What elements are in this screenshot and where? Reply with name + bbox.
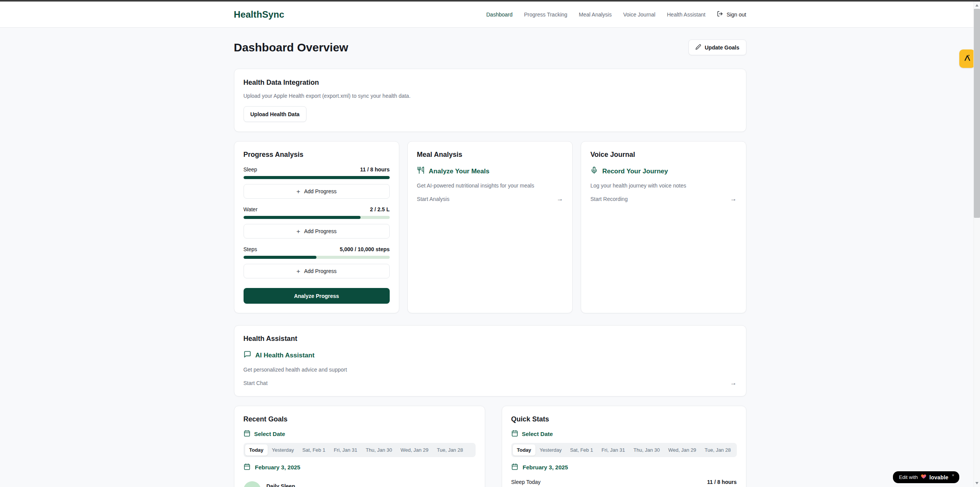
health-assistant-title: Health Assistant <box>244 335 737 343</box>
utensils-icon <box>417 166 425 176</box>
water-value: 2 / 2.5 L <box>370 206 389 212</box>
voice-journal-description: Log your health journey with voice notes <box>590 183 736 189</box>
tab-fri-jan-31[interactable]: Fri, Jan 31 <box>329 444 361 456</box>
nav-meal-analysis[interactable]: Meal Analysis <box>579 12 612 18</box>
calendar-icon <box>511 430 518 438</box>
scroll-down-arrow[interactable] <box>975 482 978 484</box>
health-data-title: Health Data Integration <box>244 79 737 87</box>
update-goals-label: Update Goals <box>705 44 739 51</box>
recent-goals-title: Recent Goals <box>244 415 476 423</box>
meal-analysis-title: Meal Analysis <box>417 151 563 159</box>
recent-goals-selected-date[interactable]: February 3, 2025 <box>244 463 476 471</box>
steps-value: 5,000 / 10,000 steps <box>340 246 390 252</box>
tab-thu-jan-30[interactable]: Thu, Jan 30 <box>629 444 664 456</box>
sleep-progress-bar <box>244 176 390 179</box>
tab-fri-jan-31[interactable]: Fri, Jan 31 <box>597 444 629 456</box>
goal-complete-check-icon <box>244 481 261 487</box>
progress-analysis-title: Progress Analysis <box>244 151 390 159</box>
arrow-right-icon: → <box>730 195 737 203</box>
sleep-add-progress-button[interactable]: + Add Progress <box>244 184 390 199</box>
health-assistant-description: Get personalized health advice and suppo… <box>244 367 737 373</box>
calendar-icon <box>511 463 518 471</box>
start-analysis-label: Start Analysis <box>417 196 450 202</box>
water-add-progress-button[interactable]: + Add Progress <box>244 224 390 239</box>
quick-stats-select-date[interactable]: Select Date <box>511 430 737 438</box>
lovable-logo-icon <box>963 54 972 64</box>
voice-journal-title: Voice Journal <box>590 151 736 159</box>
analyze-your-meals-link[interactable]: Analyze Your Meals <box>417 166 563 176</box>
sign-out-label: Sign out <box>726 12 746 18</box>
ai-health-assistant-label: AI Health Assistant <box>255 352 315 359</box>
tab-yesterday[interactable]: Yesterday <box>268 444 298 456</box>
tab-yesterday[interactable]: Yesterday <box>535 444 566 456</box>
steps-progress-bar <box>244 256 390 259</box>
plus-icon: + <box>296 268 300 275</box>
recent-goals-select-date[interactable]: Select Date <box>244 430 476 438</box>
edit-with-lovable-badge[interactable]: Edit with lovable × <box>893 471 959 483</box>
quick-stats-date-tabs: Today Yesterday Sat, Feb 1 Fri, Jan 31 T… <box>511 443 737 457</box>
lovable-side-tab-button[interactable] <box>959 49 975 68</box>
badge-close-icon[interactable]: × <box>952 473 954 477</box>
selected-date-label: February 3, 2025 <box>523 464 568 471</box>
heart-icon <box>921 474 927 481</box>
meal-analysis-card: Meal Analysis Analyze Your Meals Get AI-… <box>407 141 573 313</box>
nav-voice-journal[interactable]: Voice Journal <box>623 12 656 18</box>
plus-icon: + <box>296 228 300 235</box>
tab-today[interactable]: Today <box>513 444 535 456</box>
nav-progress-tracking[interactable]: Progress Tracking <box>524 12 567 18</box>
water-label: Water <box>244 206 258 212</box>
tab-wed-jan-29[interactable]: Wed, Jan 29 <box>664 444 700 456</box>
tab-tue-jan-28[interactable]: Tue, Jan 28 <box>433 444 467 456</box>
analyze-progress-button[interactable]: Analyze Progress <box>244 288 390 304</box>
quick-stats-title: Quick Stats <box>511 415 737 423</box>
start-analysis-link[interactable]: Start Analysis → <box>417 195 563 203</box>
quick-stats-selected-date[interactable]: February 3, 2025 <box>511 463 737 471</box>
ai-health-assistant-link[interactable]: AI Health Assistant <box>244 350 737 360</box>
select-date-label: Select Date <box>522 431 553 437</box>
tab-sat-feb-1[interactable]: Sat, Feb 1 <box>298 444 329 456</box>
water-progress-bar <box>244 216 390 219</box>
tab-thu-jan-30[interactable]: Thu, Jan 30 <box>362 444 397 456</box>
tab-sat-feb-1[interactable]: Sat, Feb 1 <box>566 444 597 456</box>
calendar-icon <box>244 430 250 438</box>
steps-metric: Steps 5,000 / 10,000 steps + Add Progres… <box>244 246 390 278</box>
microphone-icon <box>590 166 598 176</box>
scrollbar-thumb[interactable] <box>974 9 980 218</box>
voice-journal-card: Voice Journal Record Your Journey Log yo… <box>581 141 746 313</box>
recent-goals-date-tabs: Today Yesterday Sat, Feb 1 Fri, Jan 31 T… <box>244 443 476 457</box>
selected-date-label: February 3, 2025 <box>255 464 300 471</box>
lovable-brand-label: lovable <box>929 474 949 480</box>
health-assistant-card: Health Assistant AI Health Assistant Get… <box>234 325 746 397</box>
nav-dashboard[interactable]: Dashboard <box>486 12 513 18</box>
start-chat-link[interactable]: Start Chat → <box>244 379 737 387</box>
calendar-icon <box>244 463 250 471</box>
sleep-today-label: Sleep Today <box>511 479 541 485</box>
tab-tue-jan-28[interactable]: Tue, Jan 28 <box>700 444 735 456</box>
chat-bubble-icon <box>244 350 251 360</box>
vertical-scrollbar[interactable] <box>973 2 980 487</box>
start-recording-link[interactable]: Start Recording → <box>590 195 736 203</box>
tab-today[interactable]: Today <box>245 444 268 456</box>
select-date-label: Select Date <box>254 431 285 437</box>
sign-out-button[interactable]: Sign out <box>717 11 746 18</box>
water-progress-fill <box>244 216 361 219</box>
plus-icon: + <box>296 188 300 195</box>
tab-wed-jan-29[interactable]: Wed, Jan 29 <box>396 444 433 456</box>
add-progress-label: Add Progress <box>304 268 337 274</box>
sleep-metric: Sleep 11 / 8 hours + Add Progress <box>244 166 390 199</box>
app-header: HealthSync Dashboard Progress Tracking M… <box>0 2 980 28</box>
progress-analysis-card: Progress Analysis Sleep 11 / 8 hours + A… <box>234 141 399 313</box>
health-data-description: Upload your Apple Health export (export.… <box>244 93 737 99</box>
sleep-today-value: 11 / 8 hours <box>707 479 736 485</box>
sleep-today-metric: Sleep Today 11 / 8 hours + Add Progress <box>511 479 737 487</box>
update-goals-button[interactable]: Update Goals <box>688 39 746 55</box>
health-data-integration-card: Health Data Integration Upload your Appl… <box>234 69 746 132</box>
upload-health-data-button[interactable]: Upload Health Data <box>244 106 306 122</box>
record-your-journey-link[interactable]: Record Your Journey <box>590 166 736 176</box>
nav-health-assistant[interactable]: Health Assistant <box>667 12 705 18</box>
record-your-journey-label: Record Your Journey <box>602 168 668 175</box>
scroll-up-arrow[interactable] <box>975 4 978 7</box>
steps-progress-fill <box>244 256 317 259</box>
steps-add-progress-button[interactable]: + Add Progress <box>244 264 390 278</box>
app-logo[interactable]: HealthSync <box>234 9 285 20</box>
